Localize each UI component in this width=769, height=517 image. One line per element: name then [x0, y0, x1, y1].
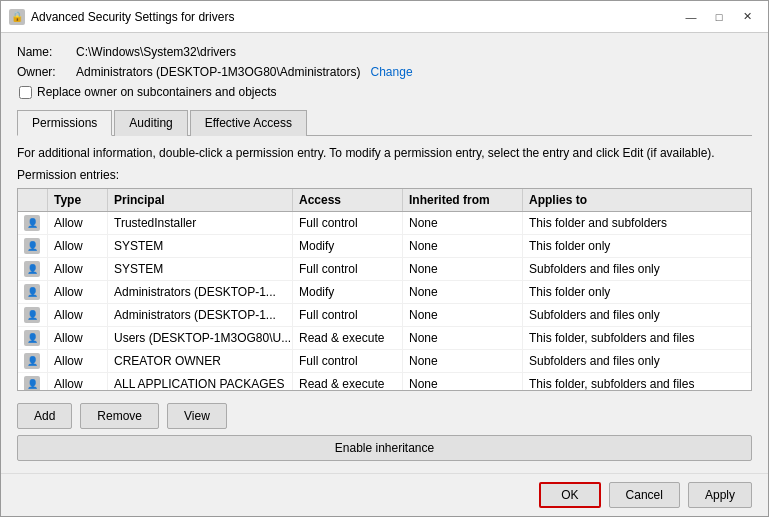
- table-row[interactable]: 👤AllowSYSTEMModifyNoneThis folder only: [18, 235, 751, 258]
- user-icon: 👤: [24, 238, 40, 254]
- owner-row: Owner: Administrators (DESKTOP-1M3OG80\A…: [17, 65, 752, 79]
- table-row[interactable]: 👤AllowALL APPLICATION PACKAGESRead & exe…: [18, 373, 751, 390]
- user-icon: 👤: [24, 261, 40, 277]
- row-type: Allow: [48, 258, 108, 280]
- table-body[interactable]: 👤AllowTrustedInstallerFull controlNoneTh…: [18, 212, 751, 390]
- row-icon: 👤: [18, 258, 48, 280]
- row-principal: SYSTEM: [108, 258, 293, 280]
- row-inherited: None: [403, 235, 523, 257]
- row-principal: Administrators (DESKTOP-1...: [108, 304, 293, 326]
- col-applies: Applies to: [523, 189, 751, 211]
- add-button[interactable]: Add: [17, 403, 72, 429]
- row-applies-to: Subfolders and files only: [523, 350, 751, 372]
- row-type: Allow: [48, 373, 108, 390]
- row-inherited: None: [403, 373, 523, 390]
- tab-auditing[interactable]: Auditing: [114, 110, 187, 136]
- table-row[interactable]: 👤AllowUsers (DESKTOP-1M3OG80\U...Read & …: [18, 327, 751, 350]
- user-icon: 👤: [24, 307, 40, 323]
- maximize-button[interactable]: □: [706, 7, 732, 27]
- row-inherited: None: [403, 258, 523, 280]
- window-controls: — □ ✕: [678, 7, 760, 27]
- info-text: For additional information, double-click…: [17, 146, 752, 160]
- main-window: 🔒 Advanced Security Settings for drivers…: [0, 0, 769, 517]
- col-type: Type: [48, 189, 108, 211]
- view-button[interactable]: View: [167, 403, 227, 429]
- row-principal: CREATOR OWNER: [108, 350, 293, 372]
- minimize-button[interactable]: —: [678, 7, 704, 27]
- replace-owner-checkbox[interactable]: [19, 86, 32, 99]
- table-header: Type Principal Access Inherited from App…: [18, 189, 751, 212]
- row-icon: 👤: [18, 281, 48, 303]
- row-access: Modify: [293, 235, 403, 257]
- replace-owner-label: Replace owner on subcontainers and objec…: [37, 85, 276, 99]
- row-access: Modify: [293, 281, 403, 303]
- row-icon: 👤: [18, 304, 48, 326]
- permission-table: Type Principal Access Inherited from App…: [17, 188, 752, 391]
- row-inherited: None: [403, 304, 523, 326]
- change-link[interactable]: Change: [371, 65, 413, 79]
- row-inherited: None: [403, 212, 523, 234]
- row-principal: Administrators (DESKTOP-1...: [108, 281, 293, 303]
- row-applies-to: This folder, subfolders and files: [523, 327, 751, 349]
- user-icon: 👤: [24, 376, 40, 390]
- col-access: Access: [293, 189, 403, 211]
- row-access: Full control: [293, 212, 403, 234]
- user-icon: 👤: [24, 284, 40, 300]
- row-access: Read & execute: [293, 327, 403, 349]
- row-icon: 👤: [18, 235, 48, 257]
- row-applies-to: This folder only: [523, 281, 751, 303]
- row-applies-to: This folder, subfolders and files: [523, 373, 751, 390]
- window-icon: 🔒: [9, 9, 25, 25]
- window-title: Advanced Security Settings for drivers: [31, 10, 678, 24]
- table-row[interactable]: 👤AllowCREATOR OWNERFull controlNoneSubfo…: [18, 350, 751, 373]
- row-inherited: None: [403, 350, 523, 372]
- row-applies-to: This folder only: [523, 235, 751, 257]
- title-bar: 🔒 Advanced Security Settings for drivers…: [1, 1, 768, 33]
- apply-button[interactable]: Apply: [688, 482, 752, 508]
- tab-bar: Permissions Auditing Effective Access: [17, 109, 752, 136]
- cancel-button[interactable]: Cancel: [609, 482, 680, 508]
- table-row[interactable]: 👤AllowAdministrators (DESKTOP-1...Modify…: [18, 281, 751, 304]
- ok-button[interactable]: OK: [539, 482, 600, 508]
- row-icon: 👤: [18, 373, 48, 390]
- edit-buttons-row: Add Remove View: [17, 403, 752, 429]
- row-principal: TrustedInstaller: [108, 212, 293, 234]
- row-inherited: None: [403, 327, 523, 349]
- row-applies-to: This folder and subfolders: [523, 212, 751, 234]
- table-row[interactable]: 👤AllowSYSTEMFull controlNoneSubfolders a…: [18, 258, 751, 281]
- row-access: Full control: [293, 304, 403, 326]
- row-principal: Users (DESKTOP-1M3OG80\U...: [108, 327, 293, 349]
- row-principal: SYSTEM: [108, 235, 293, 257]
- row-type: Allow: [48, 304, 108, 326]
- permission-entries-label: Permission entries:: [17, 168, 752, 182]
- enable-inheritance-button[interactable]: Enable inheritance: [17, 435, 752, 461]
- row-type: Allow: [48, 350, 108, 372]
- row-type: Allow: [48, 235, 108, 257]
- row-access: Full control: [293, 350, 403, 372]
- row-access: Full control: [293, 258, 403, 280]
- owner-value: Administrators (DESKTOP-1M3OG80\Administ…: [76, 65, 361, 79]
- row-icon: 👤: [18, 327, 48, 349]
- owner-label: Owner:: [17, 65, 72, 79]
- user-icon: 👤: [24, 353, 40, 369]
- remove-button[interactable]: Remove: [80, 403, 159, 429]
- row-type: Allow: [48, 327, 108, 349]
- col-principal: Principal: [108, 189, 293, 211]
- user-icon: 👤: [24, 330, 40, 346]
- col-icon: [18, 189, 48, 211]
- row-principal: ALL APPLICATION PACKAGES: [108, 373, 293, 390]
- row-icon: 👤: [18, 212, 48, 234]
- table-row[interactable]: 👤AllowTrustedInstallerFull controlNoneTh…: [18, 212, 751, 235]
- footer: OK Cancel Apply: [1, 473, 768, 516]
- close-button[interactable]: ✕: [734, 7, 760, 27]
- row-applies-to: Subfolders and files only: [523, 258, 751, 280]
- row-applies-to: Subfolders and files only: [523, 304, 751, 326]
- tab-permissions[interactable]: Permissions: [17, 110, 112, 136]
- table-row[interactable]: 👤AllowAdministrators (DESKTOP-1...Full c…: [18, 304, 751, 327]
- tab-effective-access[interactable]: Effective Access: [190, 110, 307, 136]
- row-icon: 👤: [18, 350, 48, 372]
- row-access: Read & execute: [293, 373, 403, 390]
- user-icon: 👤: [24, 215, 40, 231]
- row-type: Allow: [48, 212, 108, 234]
- row-type: Allow: [48, 281, 108, 303]
